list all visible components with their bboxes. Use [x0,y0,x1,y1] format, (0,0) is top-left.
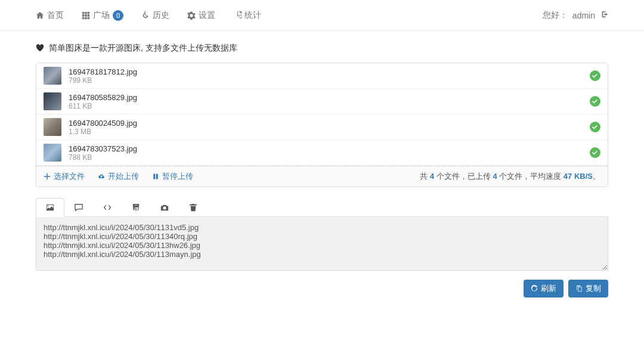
nav-square-label: 广场 [93,10,110,21]
copy-label: 复制 [586,283,601,294]
history-icon [141,11,150,20]
pause-upload-button[interactable]: 暂停上传 [152,171,193,182]
file-name: 1694781817812.jpg [69,67,590,76]
toolbar-left: 选择文件 开始上传 暂停上传 [44,171,193,182]
done-count: 4 [493,172,497,181]
file-info: 1694783037523.jpg 788 KB [69,144,590,162]
file-size: 1.3 MB [69,128,590,136]
success-icon [590,96,600,107]
square-badge: 0 [113,10,123,21]
file-thumbnail [44,92,61,110]
trash-icon [189,203,197,212]
code-icon [103,203,112,212]
file-size: 799 KB [69,76,590,85]
refresh-label: 刷新 [541,283,556,294]
file-name: 1694780585829.jpg [69,93,590,102]
heart-icon [36,44,44,52]
file-thumbnail [44,144,61,162]
bottom-buttons: 刷新 复制 [36,280,608,298]
success-icon [590,70,600,81]
upload-row: 1694781817812.jpg 799 KB [36,63,608,89]
file-name: 1694783037523.jpg [69,144,590,153]
url-output[interactable] [36,217,608,271]
nav-stats[interactable]: 统计 [233,10,261,21]
tagline: 简单图床是一款开源图床, 支持多文件上传无数据库 [36,43,608,54]
tab-image[interactable] [36,198,64,217]
file-size: 788 KB [69,153,590,162]
pause-icon [152,173,159,180]
file-info: 1694780024509.jpg 1.3 MB [69,119,590,136]
upload-row: 1694783037523.jpg 788 KB [36,140,608,166]
tab-markdown[interactable] [64,198,93,216]
pause-upload-label: 暂停上传 [162,171,193,182]
file-thumbnail [44,118,61,136]
file-info: 1694780585829.jpg 611 KB [69,93,590,110]
select-files-label: 选择文件 [54,171,85,182]
success-icon [590,122,600,132]
upload-row: 1694780585829.jpg 611 KB [36,89,608,114]
select-files-button[interactable]: 选择文件 [44,171,85,182]
nav-history-label: 历史 [153,10,169,21]
nav-home-label: 首页 [47,10,64,21]
copy-icon [575,285,583,292]
file-info: 1694781817812.jpg 799 KB [69,67,590,85]
file-name: 1694780024509.jpg [69,119,590,128]
start-upload-button[interactable]: 开始上传 [98,171,139,182]
cloud-upload-icon [98,173,105,180]
tagline-text: 简单图床是一款开源图床, 支持多文件上传无数据库 [49,43,237,54]
refresh-button[interactable]: 刷新 [524,280,564,298]
upload-summary: 共 4 个文件，已上传 4 个文件，平均速度 47 KB/S。 [420,171,600,182]
home-icon [36,11,44,20]
tab-delete[interactable] [179,198,208,216]
navbar: 首页 广场 0 历史 设置 统计 您好： admin [0,0,644,31]
image-icon [46,203,54,212]
main-container: 简单图床是一款开源图床, 支持多文件上传无数据库 1694781817812.j… [0,31,644,309]
speed-value: 47 KB/S [564,172,593,181]
nav-stats-label: 统计 [244,10,261,21]
copy-button[interactable]: 复制 [568,280,608,298]
file-thumbnail [44,67,61,85]
greeting-label: 您好： [543,10,568,21]
nav-history[interactable]: 历史 [141,10,169,21]
success-icon [590,147,600,158]
url-format-tabs [36,198,608,217]
tab-html[interactable] [93,198,122,216]
username-link[interactable]: admin [572,11,595,20]
file-size: 611 KB [69,102,590,110]
nav-settings[interactable]: 设置 [187,10,215,21]
tab-bbcode[interactable] [122,198,150,216]
refresh-icon [531,285,538,292]
cogs-icon [187,11,196,20]
nav-square[interactable]: 广场 0 [82,10,123,21]
plus-icon [44,173,51,180]
camera-icon [160,203,169,212]
comment-icon [75,203,83,212]
pie-chart-icon [233,11,242,20]
nav-home[interactable]: 首页 [36,10,64,21]
nav-right: 您好： admin [543,10,608,21]
nav-left: 首页 广场 0 历史 设置 统计 [36,10,261,21]
sign-out-icon [600,10,608,18]
html5-icon [132,203,140,212]
tab-camera[interactable] [150,198,179,216]
upload-toolbar: 选择文件 开始上传 暂停上传 共 4 个文件，已上传 4 个文件，平均速度 47… [36,166,608,187]
logout-button[interactable] [600,10,608,20]
nav-settings-label: 设置 [199,10,215,21]
upload-row: 1694780024509.jpg 1.3 MB [36,114,608,140]
upload-list: 1694781817812.jpg 799 KB 1694780585829.j… [36,63,608,187]
grid-icon [82,11,90,20]
start-upload-label: 开始上传 [108,171,139,182]
